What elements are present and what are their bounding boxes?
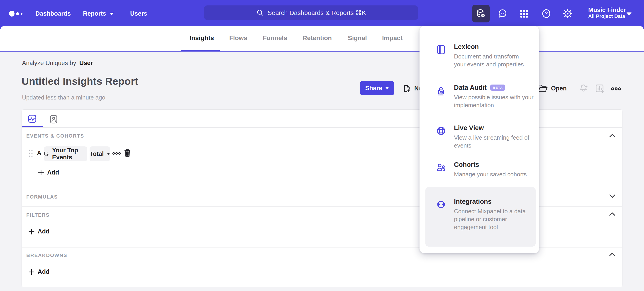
- menu-item-cohorts-desc: Manage your saved cohorts: [454, 170, 536, 178]
- chevron-down-icon: [109, 12, 114, 15]
- event-selector-label: Your Top Events: [52, 147, 87, 161]
- data-audit-icon: [436, 85, 447, 97]
- active-tab-indicator: [181, 50, 220, 51]
- data-management-button[interactable]: [472, 5, 490, 22]
- updated-timestamp: Updated less than a minute ago: [22, 94, 105, 101]
- gear-icon: [562, 8, 573, 19]
- share-button[interactable]: Share: [360, 81, 394, 95]
- breakdowns-collapse-chevron-up[interactable]: [609, 252, 616, 257]
- metric-caret-icon: [107, 153, 110, 155]
- menu-item-data-audit-desc: View possible issues with your implement…: [454, 93, 536, 109]
- metric-selector-label: Total: [90, 150, 104, 158]
- pulse-chart-icon: [28, 114, 37, 123]
- menu-item-live-view[interactable]: Live View: [454, 124, 484, 132]
- event-row-more-button[interactable]: [112, 150, 121, 156]
- nav-dashboards[interactable]: Dashboards: [35, 10, 71, 17]
- events-collapse-chevron-up[interactable]: [609, 133, 616, 138]
- menu-item-lexicon[interactable]: Lexicon: [454, 43, 479, 50]
- section-formulas-label: FORMULAS: [26, 194, 58, 200]
- tab-insights[interactable]: Insights: [190, 34, 214, 42]
- cohorts-icon: [436, 162, 447, 173]
- tab-impact[interactable]: Impact: [382, 34, 402, 42]
- menu-item-live-view-desc: View a live streaming feed of events: [454, 134, 536, 150]
- help-icon: ?: [541, 8, 552, 19]
- data-management-dropdown: Lexicon Document and transform your even…: [420, 26, 539, 253]
- page-title[interactable]: Untitled Insights Report: [22, 75, 138, 87]
- row-more-dots-icon: [112, 151, 121, 156]
- menu-item-integrations[interactable]: Integrations: [454, 198, 492, 205]
- share-caret-icon: [385, 87, 389, 89]
- database-gear-icon: [476, 8, 486, 19]
- menu-item-lexicon-desc: Document and transform your events and p…: [454, 52, 536, 68]
- more-actions-button[interactable]: [611, 86, 621, 92]
- help-button[interactable]: ?: [541, 8, 552, 19]
- breadcrumb-value[interactable]: User: [79, 60, 93, 67]
- breadcrumb: Analyze Uniques by User: [22, 60, 93, 67]
- open-report-button[interactable]: Open: [538, 84, 567, 93]
- project-chevron-down-icon[interactable]: [626, 12, 632, 16]
- search-placeholder: Search Dashboards & Reports ⌘K: [268, 9, 366, 16]
- tab-funnels[interactable]: Funnels: [263, 34, 287, 42]
- event-click-icon: [44, 150, 49, 158]
- chart-plus-icon: [594, 83, 605, 94]
- event-row-drag-handle[interactable]: [28, 149, 33, 158]
- nav-users[interactable]: Users: [130, 10, 147, 17]
- tab-user-profiles[interactable]: [50, 115, 58, 124]
- user-card-icon: [50, 115, 58, 124]
- add-filter-button[interactable]: Add: [28, 228, 50, 235]
- menu-item-cohorts[interactable]: Cohorts: [454, 161, 479, 168]
- formulas-expand-chevron-down[interactable]: [609, 194, 616, 199]
- settings-button[interactable]: [562, 8, 573, 19]
- logo-dot-medium: [16, 12, 19, 15]
- section-events-cohorts-label: EVENTS & COHORTS: [26, 133, 84, 139]
- apps-grid-button[interactable]: [519, 8, 529, 19]
- alerts-button[interactable]: [578, 83, 589, 93]
- section-filters-label: FILTERS: [26, 212, 50, 218]
- trash-icon: [124, 148, 131, 158]
- logo-dot-large: [9, 11, 14, 16]
- plus-icon: [28, 269, 34, 275]
- event-row-letter: A: [37, 150, 42, 157]
- new-document-icon: [402, 84, 411, 93]
- grid-icon: [519, 9, 529, 19]
- tab-retention[interactable]: Retention: [302, 34, 332, 42]
- more-dots-icon: [611, 86, 621, 92]
- tab-metrics[interactable]: [28, 114, 38, 124]
- section-breakdowns-label: BREAKDOWNS: [26, 253, 67, 258]
- logo-dot-small: [21, 13, 22, 15]
- project-name: Music Finder: [588, 6, 626, 13]
- svg-text:?: ?: [545, 11, 548, 16]
- add-event-button[interactable]: Add: [38, 169, 59, 176]
- tab-flows[interactable]: Flows: [229, 34, 247, 42]
- filters-collapse-chevron-up[interactable]: [609, 212, 616, 217]
- project-switcher[interactable]: Music Finder All Project Data: [588, 6, 626, 19]
- feedback-button[interactable]: [497, 8, 508, 19]
- plus-icon: [28, 229, 34, 235]
- event-selector-button[interactable]: Your Top Events: [44, 146, 87, 161]
- tab-signal[interactable]: Signal: [348, 34, 367, 42]
- nav-reports[interactable]: Reports: [83, 10, 114, 17]
- bell-plus-icon: [578, 83, 588, 93]
- beta-badge: BETA: [490, 84, 506, 91]
- metric-selector-button[interactable]: Total: [90, 146, 110, 161]
- add-to-dashboard-button[interactable]: [594, 83, 605, 94]
- breadcrumb-prefix: Analyze Uniques by: [22, 60, 76, 67]
- global-search-input[interactable]: Search Dashboards & Reports ⌘K: [204, 5, 418, 20]
- integrations-icon: [436, 199, 447, 210]
- live-view-icon: [436, 125, 447, 136]
- lexicon-icon: [436, 44, 447, 55]
- menu-item-integrations-desc: Connect Mixpanel to a data pipeline or c…: [454, 207, 536, 231]
- add-breakdown-button[interactable]: Add: [28, 268, 50, 275]
- drag-dots-icon: [28, 149, 33, 158]
- menu-item-data-audit[interactable]: Data Audit BETA: [454, 84, 505, 91]
- project-scope: All Project Data: [588, 13, 626, 19]
- search-icon: [256, 9, 264, 16]
- mixpanel-logo[interactable]: [9, 10, 23, 17]
- plus-icon: [38, 170, 44, 176]
- event-row-delete-button[interactable]: [123, 148, 132, 158]
- chat-bubble-icon: [497, 8, 508, 19]
